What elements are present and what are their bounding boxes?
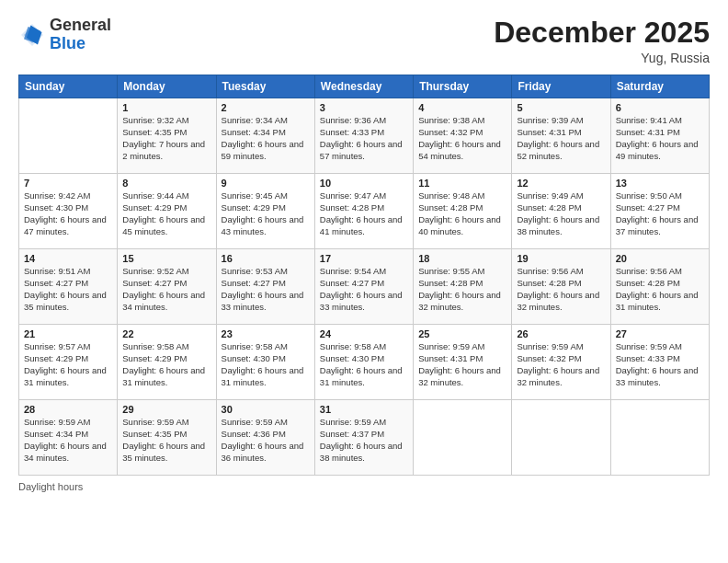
day-number: 24 (320, 328, 408, 339)
day-info: Sunrise: 9:49 AMSunset: 4:28 PMDaylight:… (517, 190, 605, 237)
day-info: Sunrise: 9:59 AMSunset: 4:34 PMDaylight:… (24, 417, 112, 464)
calendar-cell: 18Sunrise: 9:55 AMSunset: 4:28 PMDayligh… (414, 249, 512, 325)
calendar-cell: 15Sunrise: 9:52 AMSunset: 4:27 PMDayligh… (118, 249, 216, 325)
day-number: 25 (418, 328, 506, 339)
day-number: 19 (517, 253, 605, 264)
calendar-body: 1Sunrise: 9:32 AMSunset: 4:35 PMDaylight… (19, 98, 710, 476)
day-info: Sunrise: 9:59 AMSunset: 4:33 PMDaylight:… (616, 341, 704, 388)
calendar-cell (414, 400, 512, 476)
day-info: Sunrise: 9:56 AMSunset: 4:28 PMDaylight:… (616, 266, 704, 313)
location: Yug, Russia (494, 51, 710, 65)
logo-blue: Blue (50, 34, 85, 52)
day-header-thursday: Thursday (414, 75, 512, 98)
day-info: Sunrise: 9:53 AMSunset: 4:27 PMDaylight:… (222, 266, 310, 313)
day-number: 12 (517, 178, 605, 189)
day-info: Sunrise: 9:32 AMSunset: 4:35 PMDaylight:… (122, 115, 210, 162)
page: General Blue December 2025 Yug, Russia S… (0, 0, 728, 563)
day-info: Sunrise: 9:42 AMSunset: 4:30 PMDaylight:… (24, 190, 112, 237)
week-row-1: 7Sunrise: 9:42 AMSunset: 4:30 PMDaylight… (19, 174, 710, 249)
day-number: 5 (517, 102, 605, 113)
calendar-cell: 1Sunrise: 9:32 AMSunset: 4:35 PMDaylight… (118, 98, 216, 174)
calendar-cell: 31Sunrise: 9:59 AMSunset: 4:37 PMDayligh… (314, 400, 413, 476)
day-number: 21 (24, 328, 112, 339)
calendar-cell: 22Sunrise: 9:58 AMSunset: 4:29 PMDayligh… (118, 325, 216, 400)
day-info: Sunrise: 9:59 AMSunset: 4:31 PMDaylight:… (418, 341, 506, 388)
logo-text: General Blue (50, 17, 111, 53)
day-number: 10 (320, 178, 408, 189)
calendar-cell: 12Sunrise: 9:49 AMSunset: 4:28 PMDayligh… (512, 174, 610, 249)
day-header-monday: Monday (118, 75, 216, 98)
calendar-cell: 19Sunrise: 9:56 AMSunset: 4:28 PMDayligh… (512, 249, 610, 325)
calendar-cell: 30Sunrise: 9:59 AMSunset: 4:36 PMDayligh… (216, 400, 314, 476)
week-row-2: 14Sunrise: 9:51 AMSunset: 4:27 PMDayligh… (19, 249, 710, 325)
day-info: Sunrise: 9:59 AMSunset: 4:36 PMDaylight:… (222, 417, 310, 464)
day-number: 2 (222, 102, 310, 113)
day-number: 16 (222, 253, 310, 264)
day-header-saturday: Saturday (610, 75, 709, 98)
day-number: 27 (616, 328, 704, 339)
calendar-cell: 25Sunrise: 9:59 AMSunset: 4:31 PMDayligh… (414, 325, 512, 400)
calendar-cell: 20Sunrise: 9:56 AMSunset: 4:28 PMDayligh… (610, 249, 709, 325)
day-number: 4 (418, 102, 506, 113)
calendar-cell: 7Sunrise: 9:42 AMSunset: 4:30 PMDaylight… (19, 174, 118, 249)
day-info: Sunrise: 9:38 AMSunset: 4:32 PMDaylight:… (418, 115, 506, 162)
day-number: 1 (122, 102, 210, 113)
calendar-cell: 3Sunrise: 9:36 AMSunset: 4:33 PMDaylight… (314, 98, 413, 174)
title-block: December 2025 Yug, Russia (494, 17, 710, 65)
day-number: 17 (320, 253, 408, 264)
calendar-cell: 8Sunrise: 9:44 AMSunset: 4:29 PMDaylight… (118, 174, 216, 249)
day-number: 31 (320, 404, 408, 415)
calendar-cell: 29Sunrise: 9:59 AMSunset: 4:35 PMDayligh… (118, 400, 216, 476)
day-number: 20 (616, 253, 704, 264)
calendar-cell: 6Sunrise: 9:41 AMSunset: 4:31 PMDaylight… (610, 98, 709, 174)
calendar-cell: 9Sunrise: 9:45 AMSunset: 4:29 PMDaylight… (216, 174, 314, 249)
calendar-cell: 13Sunrise: 9:50 AMSunset: 4:27 PMDayligh… (610, 174, 709, 249)
day-info: Sunrise: 9:52 AMSunset: 4:27 PMDaylight:… (122, 266, 210, 313)
day-number: 3 (320, 102, 408, 113)
day-number: 23 (222, 328, 310, 339)
calendar-cell: 24Sunrise: 9:58 AMSunset: 4:30 PMDayligh… (314, 325, 413, 400)
calendar-cell (19, 98, 118, 174)
day-info: Sunrise: 9:58 AMSunset: 4:30 PMDaylight:… (320, 341, 408, 388)
day-number: 14 (24, 253, 112, 264)
day-number: 29 (122, 404, 210, 415)
day-info: Sunrise: 9:36 AMSunset: 4:33 PMDaylight:… (320, 115, 408, 162)
day-number: 15 (122, 253, 210, 264)
day-info: Sunrise: 9:47 AMSunset: 4:28 PMDaylight:… (320, 190, 408, 237)
calendar-cell: 28Sunrise: 9:59 AMSunset: 4:34 PMDayligh… (19, 400, 118, 476)
day-info: Sunrise: 9:58 AMSunset: 4:29 PMDaylight:… (122, 341, 210, 388)
day-number: 22 (122, 328, 210, 339)
day-info: Sunrise: 9:50 AMSunset: 4:27 PMDaylight:… (616, 190, 704, 237)
day-info: Sunrise: 9:54 AMSunset: 4:27 PMDaylight:… (320, 266, 408, 313)
day-header-sunday: Sunday (19, 75, 118, 98)
header: General Blue December 2025 Yug, Russia (18, 17, 710, 65)
day-number: 30 (222, 404, 310, 415)
day-number: 28 (24, 404, 112, 415)
calendar-cell: 26Sunrise: 9:59 AMSunset: 4:32 PMDayligh… (512, 325, 610, 400)
day-number: 8 (122, 178, 210, 189)
day-info: Sunrise: 9:44 AMSunset: 4:29 PMDaylight:… (122, 190, 210, 237)
day-header-friday: Friday (512, 75, 610, 98)
calendar-cell: 21Sunrise: 9:57 AMSunset: 4:29 PMDayligh… (19, 325, 118, 400)
day-number: 13 (616, 178, 704, 189)
calendar-header: SundayMondayTuesdayWednesdayThursdayFrid… (19, 75, 710, 98)
week-row-3: 21Sunrise: 9:57 AMSunset: 4:29 PMDayligh… (19, 325, 710, 400)
day-number: 18 (418, 253, 506, 264)
day-info: Sunrise: 9:55 AMSunset: 4:28 PMDaylight:… (418, 266, 506, 313)
daylight-label: Daylight hours (18, 481, 83, 492)
days-row: SundayMondayTuesdayWednesdayThursdayFrid… (19, 75, 710, 98)
day-info: Sunrise: 9:59 AMSunset: 4:32 PMDaylight:… (517, 341, 605, 388)
week-row-0: 1Sunrise: 9:32 AMSunset: 4:35 PMDaylight… (19, 98, 710, 174)
day-number: 26 (517, 328, 605, 339)
day-number: 7 (24, 178, 112, 189)
calendar-cell: 4Sunrise: 9:38 AMSunset: 4:32 PMDaylight… (414, 98, 512, 174)
footer-note: Daylight hours (18, 481, 710, 492)
calendar-cell (512, 400, 610, 476)
calendar-cell: 17Sunrise: 9:54 AMSunset: 4:27 PMDayligh… (314, 249, 413, 325)
day-info: Sunrise: 9:34 AMSunset: 4:34 PMDaylight:… (222, 115, 310, 162)
day-header-wednesday: Wednesday (314, 75, 413, 98)
calendar-cell: 10Sunrise: 9:47 AMSunset: 4:28 PMDayligh… (314, 174, 413, 249)
logo: General Blue (18, 17, 111, 53)
day-number: 11 (418, 178, 506, 189)
logo-icon (18, 21, 46, 49)
